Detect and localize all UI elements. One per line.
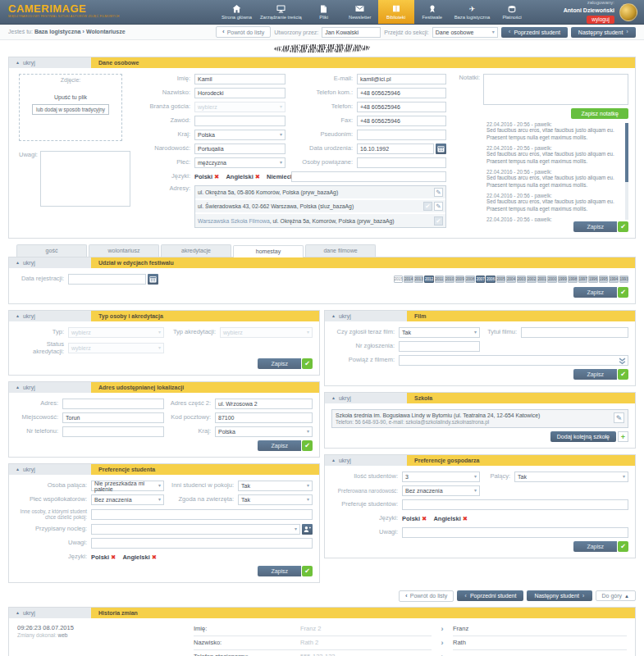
osoba-palaca-select[interactable]: Nie przeszkadza mi palenie▾ xyxy=(91,481,164,491)
year-button[interactable]: 2002 xyxy=(527,276,537,283)
collapse-toggle[interactable]: ▲ukryj xyxy=(9,57,91,68)
save-button[interactable]: Zapisz xyxy=(573,369,617,380)
year-button[interactable]: 1997 xyxy=(578,276,588,283)
collapse-toggle[interactable]: ▲ukryj xyxy=(325,393,407,403)
inne-osoby-input[interactable] xyxy=(91,509,313,520)
add-school-button[interactable]: Dodaj kolejną szkołę xyxy=(550,431,616,442)
kraj-lokalizacji-select[interactable]: Polska▾ xyxy=(215,426,313,437)
save-check-icon[interactable]: ✔ xyxy=(302,440,313,451)
nav-item-newsletter[interactable]: Newsletter xyxy=(342,0,378,24)
notes-scrollbar[interactable] xyxy=(625,123,628,220)
calendar-button[interactable] xyxy=(148,274,158,285)
logout-button[interactable]: wyloguj xyxy=(587,16,614,24)
tab-dane-filmowe[interactable]: dane filmowe xyxy=(305,244,376,257)
nr-telefonu-input[interactable] xyxy=(62,426,164,437)
year-button[interactable]: 2007 xyxy=(476,276,486,283)
prev-student-button[interactable]: ‹Poprzedni student xyxy=(501,27,568,38)
remove-tag-icon[interactable]: ✖ xyxy=(214,173,219,180)
save-button[interactable]: Zapisz xyxy=(573,541,617,552)
prev-student-button[interactable]: ‹Poprzedni student xyxy=(457,590,523,601)
year-button[interactable]: 2001 xyxy=(537,276,547,283)
collapse-toggle[interactable]: ▲ukryj xyxy=(325,311,407,321)
year-button[interactable]: 1993 xyxy=(619,276,629,283)
osoby-powiazane-extra-input[interactable] xyxy=(291,171,446,182)
avatar[interactable] xyxy=(619,3,637,21)
nazwisko-input[interactable] xyxy=(194,88,285,98)
collapse-toggle[interactable]: ▲ukryj xyxy=(9,311,91,321)
tytul-filmu-input[interactable] xyxy=(521,327,628,338)
save-check-icon[interactable]: ✔ xyxy=(618,221,628,232)
next-student-button[interactable]: Następny student› xyxy=(527,590,591,601)
save-button[interactable]: Zapisz xyxy=(258,440,301,451)
save-check-icon[interactable]: ✔ xyxy=(618,369,628,380)
remove-tag-icon[interactable]: ✖ xyxy=(152,554,157,561)
uwagi-studenta-input[interactable] xyxy=(91,538,313,549)
photo-dropzone[interactable]: Zdjęcie: Upuść tu plik lub dodaj w sposó… xyxy=(19,74,122,141)
year-button[interactable]: 2011 xyxy=(435,276,445,283)
plus-icon[interactable]: + xyxy=(618,431,628,442)
save-check-icon[interactable]: ✔ xyxy=(302,566,313,576)
uwagi-gospodarza-input[interactable] xyxy=(402,527,628,538)
upload-traditional-button[interactable]: lub dodaj w sposób tradycyjny xyxy=(32,104,109,115)
email-input[interactable] xyxy=(357,74,446,84)
save-button[interactable]: Zapisz xyxy=(573,287,617,298)
data-urodzenia-input[interactable] xyxy=(357,144,434,154)
assign-lodging-button[interactable] xyxy=(302,524,313,535)
save-check-icon[interactable]: ✔ xyxy=(618,541,628,552)
year-button[interactable]: 2003 xyxy=(517,276,527,283)
breadcrumb-root[interactable]: Baza logistyczna xyxy=(34,29,80,34)
collapse-toggle[interactable]: ▲ukryj xyxy=(9,464,91,475)
tab-gosc[interactable]: gość xyxy=(16,244,87,257)
notatki-textarea[interactable] xyxy=(483,74,628,105)
telefon-input[interactable] xyxy=(357,102,446,112)
back-to-list-button[interactable]: ‹Powrót do listy xyxy=(216,26,271,38)
year-button[interactable]: 1996 xyxy=(588,276,598,283)
collapse-toggle[interactable]: ▲ukryj xyxy=(9,257,91,268)
year-button[interactable]: 2008 xyxy=(465,276,475,283)
zgoda-zwierzeta-select[interactable]: Tak▾ xyxy=(238,494,313,505)
year-button[interactable]: 2006 xyxy=(486,276,496,283)
year-button[interactable]: 2004 xyxy=(506,276,516,283)
check-icon[interactable]: ✔ xyxy=(434,216,443,226)
year-button[interactable]: 1994 xyxy=(609,276,619,283)
zawod-input[interactable] xyxy=(194,116,285,126)
remove-tag-icon[interactable]: ✖ xyxy=(463,515,468,522)
preferowana-narodowosc-select[interactable]: Bez znaczenia▾ xyxy=(402,485,480,496)
year-button[interactable]: 1995 xyxy=(599,276,609,283)
czy-zglosil-select[interactable]: Tak▾ xyxy=(399,327,480,338)
save-check-icon[interactable]: ✔ xyxy=(302,358,313,369)
preferuje-studentow-input[interactable] xyxy=(402,499,628,510)
uwagi-textarea[interactable] xyxy=(40,151,130,207)
inni-studenci-select[interactable]: Tak▾ xyxy=(238,481,313,491)
nav-item-festiwale[interactable]: Festiwale xyxy=(414,0,450,24)
year-button[interactable]: 2009 xyxy=(455,276,465,283)
telefon-kom-input[interactable] xyxy=(357,88,446,98)
tab-wolontariusz[interactable]: wolontariusz xyxy=(89,244,159,257)
nav-item-zarzadzanie-trescia[interactable]: Zarządzanie treścią xyxy=(256,0,306,24)
save-check-icon[interactable]: ✔ xyxy=(618,287,628,298)
przypisany-nocleg-select[interactable]: ▾ xyxy=(91,524,300,535)
scrollbar-thumb[interactable] xyxy=(625,123,628,182)
goto-section-select[interactable]: Dane osobowe▾ xyxy=(432,27,498,38)
remove-tag-icon[interactable]: ✖ xyxy=(255,173,260,180)
next-student-button[interactable]: Następny student› xyxy=(571,27,636,38)
nav-item-platnosci[interactable]: Płatności xyxy=(494,0,530,24)
plec-select[interactable]: mężczyzna▾ xyxy=(194,157,285,168)
address-link[interactable]: Warszawska Szkoła Filmowa xyxy=(198,218,270,224)
tab-akredytacje[interactable]: akredytacje xyxy=(161,244,231,257)
nr-zgloszenia-input[interactable] xyxy=(399,341,480,352)
edit-pencil-icon[interactable]: ✎ xyxy=(434,188,443,197)
remove-tag-icon[interactable]: ✖ xyxy=(422,515,427,522)
nav-item-pliki[interactable]: Pliki xyxy=(306,0,342,24)
osoby-powiazane-input[interactable] xyxy=(357,157,446,168)
collapse-toggle[interactable]: ▲ukryj xyxy=(9,608,91,618)
save-button[interactable]: Zapisz xyxy=(573,221,617,232)
nav-item-baza-logistyczna[interactable]: ✈ Baza logistyczna xyxy=(450,0,495,24)
miejscowosc-input[interactable] xyxy=(62,412,164,423)
imie-input[interactable] xyxy=(194,74,285,84)
year-button[interactable]: 1998 xyxy=(568,276,578,283)
edit-pencil-icon[interactable]: ✎ xyxy=(434,202,443,211)
year-button[interactable]: 2005 xyxy=(496,276,506,283)
powiaz-z-filmem-select[interactable] xyxy=(399,355,628,366)
save-button[interactable]: Zapisz xyxy=(258,358,301,369)
